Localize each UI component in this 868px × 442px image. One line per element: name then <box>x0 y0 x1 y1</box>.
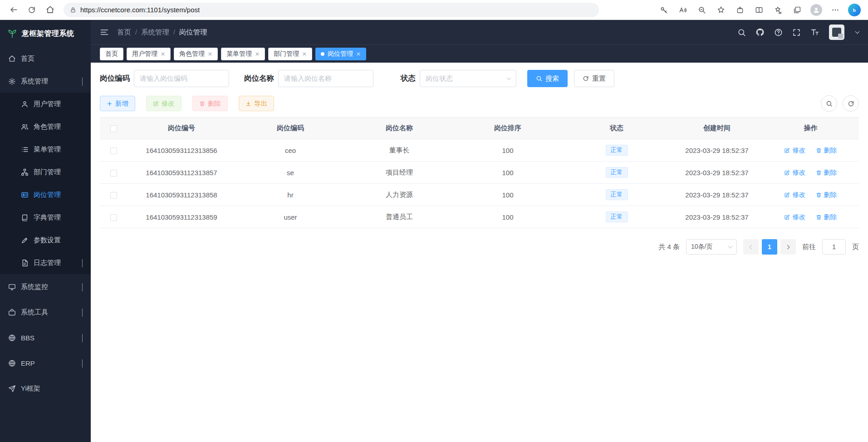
sidebar-item-dicts[interactable]: 字典管理 <box>0 206 91 229</box>
search-icon[interactable] <box>737 28 746 37</box>
browser-home-icon[interactable] <box>42 2 58 18</box>
cell-post-sort: 100 <box>454 139 562 162</box>
sidebar-item-home[interactable]: 首页 <box>0 47 91 70</box>
sidebar-item-monitor[interactable]: 系统监控 <box>0 274 91 300</box>
favorite-add-icon[interactable] <box>713 2 729 18</box>
tab-close-icon[interactable] <box>302 52 307 56</box>
next-page-button[interactable] <box>780 239 796 255</box>
font-size-icon[interactable] <box>810 28 819 37</box>
row-delete-button[interactable]: 删除 <box>816 213 837 221</box>
tab-menus[interactable]: 菜单管理 <box>221 48 265 60</box>
chevron-down-icon <box>80 309 83 316</box>
post-name-input[interactable]: 请输入岗位名称 <box>278 70 373 87</box>
table-row[interactable]: 1641030593112313857 se 项目经理 100 正常 2023-… <box>100 162 859 184</box>
tab-home[interactable]: 首页 <box>100 48 123 60</box>
row-checkbox[interactable] <box>110 170 117 177</box>
sidebar-item-users[interactable]: 用户管理 <box>0 93 91 115</box>
sidebar-item-menus[interactable]: 菜单管理 <box>0 138 91 161</box>
read-aloud-icon[interactable] <box>675 2 691 18</box>
browser-refresh-icon[interactable] <box>24 2 40 18</box>
status-select[interactable]: 岗位状态 <box>420 70 516 87</box>
show-search-toggle-button[interactable] <box>821 95 837 112</box>
table-row[interactable]: 1641030593112313856 ceo 董事长 100 正常 2023-… <box>100 139 859 162</box>
row-delete-button[interactable]: 删除 <box>816 168 837 177</box>
cell-post-name: 人力资源 <box>345 184 454 206</box>
browser-settings-more-icon[interactable] <box>827 2 843 18</box>
help-icon[interactable] <box>774 28 783 37</box>
row-edit-button[interactable]: 修改 <box>784 191 805 199</box>
post-code-input[interactable]: 请输入岗位编码 <box>134 70 229 87</box>
favorites-icon[interactable] <box>770 2 786 18</box>
browser-back-icon[interactable] <box>5 2 22 18</box>
table-row[interactable]: 1641030593112313858 hr 人力资源 100 正常 2023-… <box>100 184 859 206</box>
browser-profile-avatar[interactable] <box>808 2 824 18</box>
site-lock-icon <box>70 7 76 13</box>
row-checkbox[interactable] <box>110 214 117 221</box>
sidebar-item-params[interactable]: 参数设置 <box>0 229 91 251</box>
page-size-select[interactable]: 10条/页 <box>686 239 737 255</box>
tab-posts[interactable]: 岗位管理 <box>315 48 366 60</box>
trash-icon <box>816 192 822 198</box>
user-avatar[interactable] <box>829 25 844 40</box>
sidebar-item-erp[interactable]: ERP <box>0 350 91 376</box>
extensions-icon[interactable] <box>732 2 748 18</box>
column-status: 状态 <box>562 118 672 139</box>
table-toolbar: 新增 修改 删除 导出 <box>100 95 859 112</box>
add-button[interactable]: 新增 <box>100 96 135 111</box>
password-key-icon[interactable] <box>656 2 672 18</box>
row-delete-button[interactable]: 删除 <box>816 146 837 155</box>
edit-button[interactable]: 修改 <box>146 96 181 111</box>
sidebar-label: 日志管理 <box>34 259 61 267</box>
sidebar-item-tools[interactable]: 系统工具 <box>0 300 91 325</box>
tab-depts[interactable]: 部门管理 <box>268 48 312 60</box>
tab-users[interactable]: 用户管理 <box>127 48 171 60</box>
row-edit-button[interactable]: 修改 <box>784 146 805 155</box>
github-icon[interactable] <box>755 28 765 37</box>
table-row[interactable]: 1641030593112313859 user 普通员工 100 正常 202… <box>100 206 859 228</box>
fullscreen-icon[interactable] <box>792 28 801 37</box>
sidebar-item-roles[interactable]: 角色管理 <box>0 115 91 138</box>
row-edit-label: 修改 <box>792 168 805 177</box>
avatar-caret-icon[interactable] <box>855 29 860 34</box>
delete-button[interactable]: 删除 <box>192 96 228 111</box>
column-post-id: 岗位编号 <box>127 118 236 139</box>
tab-roles[interactable]: 角色管理 <box>174 48 218 60</box>
tab-close-icon[interactable] <box>255 52 260 56</box>
sidebar-item-depts[interactable]: 部门管理 <box>0 161 91 183</box>
search-button[interactable]: 搜索 <box>527 70 568 87</box>
sidebar-item-yi[interactable]: Yi框架 <box>0 376 91 401</box>
row-delete-button[interactable]: 删除 <box>816 191 837 199</box>
export-button[interactable]: 导出 <box>239 96 274 111</box>
collections-icon[interactable] <box>789 2 805 18</box>
breadcrumb-system[interactable]: 系统管理 <box>141 28 169 37</box>
tab-close-icon[interactable] <box>356 52 361 56</box>
goto-page-input[interactable] <box>822 239 846 255</box>
trash-icon <box>816 214 822 220</box>
sidebar-item-posts[interactable]: 岗位管理 <box>0 183 91 206</box>
select-all-checkbox[interactable] <box>110 125 117 132</box>
sidebar-item-bbs[interactable]: BBS <box>0 325 91 350</box>
page-button-1[interactable]: 1 <box>762 239 777 255</box>
refresh-table-button[interactable] <box>843 95 859 112</box>
status-placeholder: 岗位状态 <box>426 74 453 83</box>
row-edit-button[interactable]: 修改 <box>784 168 805 177</box>
tab-label: 部门管理 <box>274 50 299 58</box>
tab-close-icon[interactable] <box>161 52 165 56</box>
browser-toolbar-right: b <box>656 2 863 18</box>
row-checkbox[interactable] <box>110 192 117 199</box>
row-checkbox[interactable] <box>110 147 117 154</box>
breadcrumb-home[interactable]: 首页 <box>117 28 131 37</box>
bing-copilot-icon[interactable]: b <box>846 2 863 18</box>
cell-post-name: 董事长 <box>345 139 454 162</box>
sidebar-item-system[interactable]: 系统管理 <box>0 70 91 93</box>
split-screen-icon[interactable] <box>751 2 767 18</box>
address-bar[interactable]: https://ccnetcore.com:1101/system/post <box>64 3 599 17</box>
tab-label: 菜单管理 <box>226 50 252 58</box>
tab-close-icon[interactable] <box>208 52 212 56</box>
reset-button[interactable]: 重置 <box>574 70 614 87</box>
sidebar-item-logs[interactable]: 日志管理 <box>0 251 91 274</box>
prev-page-button[interactable] <box>743 239 759 255</box>
row-edit-button[interactable]: 修改 <box>784 213 805 221</box>
zoom-icon[interactable] <box>694 2 710 18</box>
sidebar-toggle-icon[interactable] <box>100 28 109 37</box>
